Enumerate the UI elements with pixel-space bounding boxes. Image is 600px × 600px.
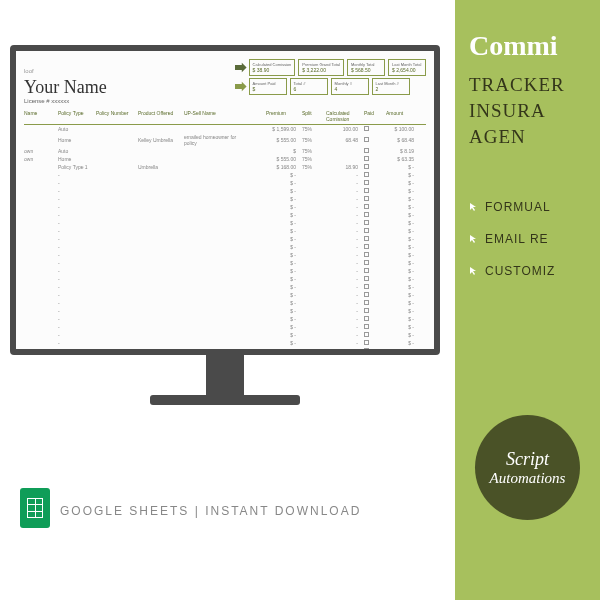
table-row: ownAuto$75%$ 8.19 [24, 147, 426, 155]
cursor-icon [469, 202, 479, 212]
paid-checkbox[interactable] [364, 126, 369, 131]
table-row: ownHome$ 555.0075%$ 63.35 [24, 155, 426, 163]
paid-checkbox[interactable] [364, 300, 369, 305]
spreadsheet-screen: loof Your Name License # xxxxxx Calculat… [10, 45, 440, 355]
google-sheets-icon [20, 488, 50, 528]
sidebar-line-3: AGEN [469, 126, 600, 148]
table-row: -$ --$ - [24, 275, 426, 283]
table-row: Policy Type 1Umbrella$ 168.0075%18.90$ - [24, 163, 426, 171]
table-row: -$ --$ - [24, 267, 426, 275]
paid-checkbox[interactable] [364, 348, 369, 353]
paid-checkbox[interactable] [364, 268, 369, 273]
paid-checkbox[interactable] [364, 332, 369, 337]
feature-1: FORMUAL [469, 200, 600, 214]
paid-checkbox[interactable] [364, 196, 369, 201]
paid-checkbox[interactable] [364, 188, 369, 193]
table-row: -$ --$ - [24, 227, 426, 235]
sidebar-line-2: INSURA [469, 100, 600, 122]
table-row: -$ --$ - [24, 219, 426, 227]
table-row: -$ --$ - [24, 323, 426, 331]
monitor-stand [206, 355, 244, 395]
monitor-base [150, 395, 300, 405]
table-row: -$ --$ - [24, 203, 426, 211]
paid-checkbox[interactable] [364, 204, 369, 209]
table-row: HomeKelley Umbrellaemailed homeowner for… [24, 133, 426, 147]
paid-checkbox[interactable] [364, 228, 369, 233]
feature-2: EMAIL RE [469, 232, 600, 246]
table-row: -$ --$ - [24, 235, 426, 243]
user-name-heading: Your Name [24, 77, 107, 98]
paid-checkbox[interactable] [364, 172, 369, 177]
table-row: -$ --$ - [24, 179, 426, 187]
table-row: -$ --$ - [24, 339, 426, 347]
sidebar-title: Commi [469, 30, 600, 62]
stats-bottom-row: Amount Paid$ Total #6 Monthly #4 Last Mo… [249, 78, 410, 95]
paid-checkbox[interactable] [364, 292, 369, 297]
table-row: -$ --$ - [24, 347, 426, 355]
paid-checkbox[interactable] [364, 276, 369, 281]
table-row: -$ --$ - [24, 259, 426, 267]
table-row: -$ --$ - [24, 251, 426, 259]
column-headers: Name Policy Type Policy Number Product O… [24, 110, 426, 125]
footer-text: GOOGLE SHEETS | INSTANT DOWNLOAD [60, 504, 361, 518]
feature-3: CUSTOMIZ [469, 264, 600, 278]
license-text: License # xxxxxx [24, 98, 107, 104]
data-rows: Auto$ 1,599.0075%100.00$ 100.00HomeKelle… [24, 125, 426, 355]
arrow-icon [235, 81, 247, 93]
paid-checkbox[interactable] [364, 164, 369, 169]
paid-checkbox[interactable] [364, 316, 369, 321]
sidebar-line-1: TRACKER [469, 74, 600, 96]
paid-checkbox[interactable] [364, 156, 369, 161]
table-row: -$ --$ - [24, 315, 426, 323]
paid-checkbox[interactable] [364, 212, 369, 217]
table-row: -$ --$ - [24, 243, 426, 251]
table-row: -$ --$ - [24, 283, 426, 291]
paid-checkbox[interactable] [364, 220, 369, 225]
table-row: -$ --$ - [24, 331, 426, 339]
agency-label: loof [24, 68, 34, 74]
table-row: -$ --$ - [24, 195, 426, 203]
paid-checkbox[interactable] [364, 252, 369, 257]
table-row: -$ --$ - [24, 291, 426, 299]
cursor-icon [469, 266, 479, 276]
paid-checkbox[interactable] [364, 244, 369, 249]
table-row: Auto$ 1,599.0075%100.00$ 100.00 [24, 125, 426, 133]
paid-checkbox[interactable] [364, 340, 369, 345]
paid-checkbox[interactable] [364, 180, 369, 185]
automation-badge: Script Automations [475, 415, 580, 520]
arrow-icon [235, 62, 247, 74]
monitor-mockup: loof Your Name License # xxxxxx Calculat… [10, 45, 440, 405]
table-row: -$ --$ - [24, 307, 426, 315]
paid-checkbox[interactable] [364, 137, 369, 142]
table-row: -$ --$ - [24, 299, 426, 307]
paid-checkbox[interactable] [364, 236, 369, 241]
stats-top-row: Calculated Comission$ 38.90 Premium Gran… [249, 59, 426, 76]
paid-checkbox[interactable] [364, 260, 369, 265]
paid-checkbox[interactable] [364, 324, 369, 329]
paid-checkbox[interactable] [364, 308, 369, 313]
table-row: -$ --$ - [24, 187, 426, 195]
table-row: -$ --$ - [24, 171, 426, 179]
paid-checkbox[interactable] [364, 148, 369, 153]
cursor-icon [469, 234, 479, 244]
paid-checkbox[interactable] [364, 284, 369, 289]
table-row: -$ --$ - [24, 211, 426, 219]
